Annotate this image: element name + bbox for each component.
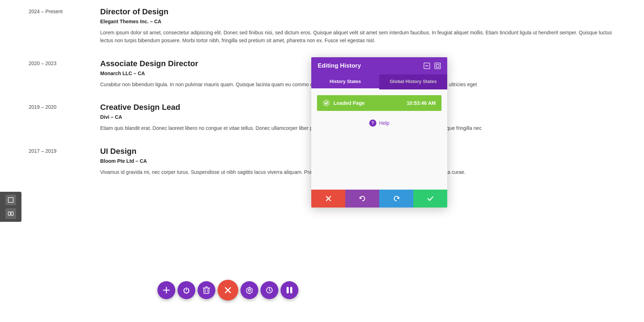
help-icon: ? [369,119,376,127]
modal-tabs: History States Global History States [311,74,447,89]
svg-rect-9 [204,288,209,293]
fab-add-button[interactable] [157,281,175,299]
undo-button[interactable] [345,190,379,208]
left-toolbar-btn-2[interactable] [5,208,16,219]
description-1: Lorem ipsum dolor sit amet, consectetur … [100,29,615,45]
tab-global-history-states[interactable]: Global History States [379,74,447,89]
fab-trash-button[interactable] [197,281,215,299]
modal-title: Editing History [318,62,361,69]
help-row[interactable]: ? Help [317,119,441,127]
svg-rect-0 [425,65,428,66]
tab-history-states[interactable]: History States [311,74,379,89]
modal-body: Loaded Page 10:53:46 AM ? Help [311,89,447,190]
floating-toolbar [157,280,298,301]
timeline-entry-1: 2024 – Present Director of Design Elegan… [29,7,615,45]
modal-header-icons [424,63,441,69]
redo-button[interactable] [379,190,413,208]
modal-header: Editing History [311,57,447,74]
date-1: 2024 – Present [29,7,100,45]
fab-power-button[interactable] [177,281,195,299]
fab-history-button[interactable] [260,281,278,299]
svg-rect-18 [287,287,289,293]
fab-pause-button[interactable] [280,281,298,299]
modal-minimize-icon[interactable] [424,63,430,69]
job-title-1: Director of Design [100,7,615,16]
left-toolbar [0,192,21,222]
svg-rect-1 [436,64,439,67]
history-item-label: Loaded Page [333,100,365,106]
company-1: Elegant Themes Inc. – CA [100,19,615,24]
left-toolbar-btn-1[interactable] [5,195,16,205]
history-item-loaded-page[interactable]: Loaded Page 10:53:46 AM [317,95,441,111]
svg-rect-5 [8,212,10,215]
editing-history-modal: Editing History History States Global Hi… [311,57,447,208]
fab-close-button[interactable] [218,280,238,301]
svg-point-16 [248,289,250,291]
modal-expand-icon[interactable] [434,63,441,69]
date-3: 2019 – 2020 [29,103,100,132]
cancel-button[interactable] [311,190,345,208]
modal-footer [311,190,447,208]
date-2: 2020 – 2023 [29,59,100,88]
fab-gear-button[interactable] [240,281,258,299]
svg-rect-19 [290,287,292,293]
svg-rect-6 [11,212,13,215]
date-4: 2017 – 2019 [29,147,100,176]
save-button[interactable] [413,190,447,208]
history-item-left: Loaded Page [323,99,365,107]
help-label: Help [379,120,390,126]
checkmark-icon [323,99,330,107]
content-1: Director of Design Elegant Themes Inc. –… [100,7,615,45]
history-item-time: 10:53:46 AM [407,100,436,106]
svg-rect-4 [8,197,13,203]
